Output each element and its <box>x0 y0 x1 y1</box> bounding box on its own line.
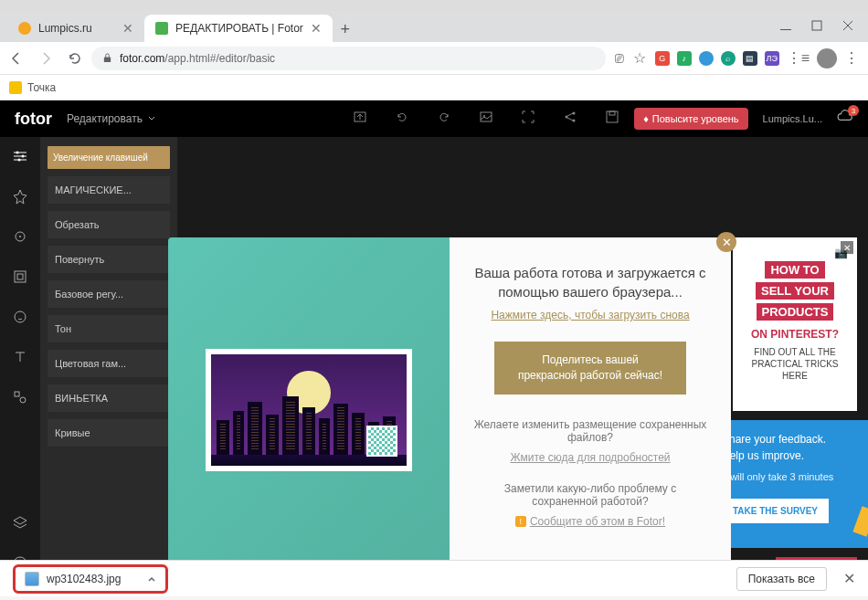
import-icon[interactable] <box>353 110 367 128</box>
menu-icon[interactable]: ⋮ <box>844 49 859 67</box>
svg-rect-17 <box>17 274 23 279</box>
take-survey-button[interactable]: TAKE THE SURVEY <box>722 499 829 523</box>
elements-icon[interactable] <box>12 389 28 409</box>
show-all-button[interactable]: Показать все <box>736 567 827 591</box>
ext-icon[interactable]: ▤ <box>743 51 757 66</box>
download-filename: wp3102483.jpg <box>47 573 140 585</box>
svg-point-11 <box>16 152 19 154</box>
tab-lumpics[interactable]: Lumpics.ru ✕ <box>7 15 144 42</box>
adjust-icon[interactable] <box>12 148 28 168</box>
svg-rect-1 <box>812 21 821 30</box>
close-window-icon[interactable] <box>842 20 853 34</box>
fotor-app: fotor Редактировать ♦Повысите уровень Lu… <box>0 100 868 575</box>
image-icon[interactable] <box>479 110 493 128</box>
file-icon <box>25 572 39 586</box>
bookmark-label[interactable]: Точка <box>27 81 56 94</box>
sidebar-item[interactable]: Базовое регу... <box>48 280 170 308</box>
stickers-icon[interactable] <box>12 309 28 329</box>
sidebar-item[interactable]: Кривые <box>48 419 170 447</box>
feedback-l1: Share your feedback. <box>722 433 855 446</box>
close-icon[interactable]: ✕ <box>716 232 736 252</box>
effects-icon[interactable] <box>12 188 28 208</box>
feedback-sub: It will only take 3 minutes <box>722 471 855 482</box>
address-bar: fotor.com/app.html#/editor/basic ⎚ ☆ G ♪… <box>0 42 868 75</box>
bookmark-bar: Точка <box>0 75 868 100</box>
layers-icon[interactable] <box>12 515 28 535</box>
tab-fotor[interactable]: РЕДАКТИРОВАТЬ | Fotor ✕ <box>144 15 333 42</box>
reload-icon[interactable] <box>68 51 82 66</box>
close-icon[interactable]: ✕ <box>311 21 322 36</box>
sidebar-item[interactable]: Тон <box>48 315 170 342</box>
share-icon[interactable] <box>563 110 577 128</box>
report-link[interactable]: Сообщите об этом в Fotor! <box>530 515 665 528</box>
ad-pinterest[interactable]: ✕ 📷 HOW TO SELL YOUR PRODUCTS ON PINTERE… <box>733 237 857 411</box>
upgrade-button[interactable]: ♦Повысите уровень <box>634 108 747 130</box>
bookmark-folder-icon <box>9 81 22 94</box>
change-location-text: Желаете изменить размещение сохраненных … <box>471 418 709 444</box>
pencil-icon <box>852 506 868 537</box>
feedback-card: Share your feedback. Help us improve. It… <box>709 420 868 548</box>
download-again-link[interactable]: Нажмите здесь, чтобы загрузить снова <box>491 309 689 321</box>
url-text: fotor.com/app.html#/editor/basic <box>120 52 275 65</box>
left-icon-bar <box>0 137 40 575</box>
tab-title: Lumpics.ru <box>38 22 92 35</box>
favicon-icon <box>155 22 168 35</box>
svg-rect-19 <box>15 392 19 396</box>
close-icon[interactable]: ✕ <box>122 21 133 36</box>
edit-dropdown[interactable]: Редактировать <box>67 112 155 125</box>
undo-icon[interactable] <box>395 110 409 128</box>
svg-rect-9 <box>607 111 618 122</box>
forward-icon[interactable] <box>38 51 53 66</box>
back-icon[interactable] <box>9 51 24 66</box>
download-modal: ✕ <box>168 237 731 575</box>
reading-list-icon[interactable]: ⋮≡ <box>787 49 810 67</box>
cloud-icon[interactable]: 3 <box>837 109 853 129</box>
save-icon[interactable] <box>605 110 619 128</box>
minimize-icon[interactable] <box>780 20 791 34</box>
svg-point-12 <box>22 155 25 158</box>
cast-icon[interactable]: ⎚ <box>615 50 624 67</box>
modal-title: Ваша работа готова и загружается с помощ… <box>471 263 709 301</box>
tab-title: РЕДАКТИРОВАТЬ | Fotor <box>175 22 303 35</box>
keyboard-tip: Увеличение клавишей <box>48 146 170 169</box>
ext-icon[interactable] <box>699 51 714 66</box>
beauty-icon[interactable] <box>12 228 28 248</box>
ext-icon[interactable]: G <box>655 51 670 66</box>
ext-icon[interactable]: ⌕ <box>721 51 736 66</box>
download-item[interactable]: wp3102483.jpg <box>13 564 168 594</box>
change-location-link[interactable]: Жмите сюда для подробностей <box>510 451 670 464</box>
cloud-badge: 3 <box>848 105 859 116</box>
browser-tabs: Lumpics.ru ✕ РЕДАКТИРОВАТЬ | Fotor ✕ + <box>0 11 868 42</box>
sidebar-item[interactable]: Обрезать <box>48 211 170 238</box>
feedback-l2: Help us improve. <box>722 449 855 462</box>
text-icon[interactable] <box>12 349 28 369</box>
star-icon[interactable]: ☆ <box>633 49 646 67</box>
chevron-up-icon[interactable] <box>147 571 156 587</box>
app-header: fotor Редактировать ♦Повысите уровень Lu… <box>0 100 868 137</box>
sidebar-item[interactable]: МАГИЧЕСКИЕ... <box>48 176 170 204</box>
maximize-icon[interactable] <box>811 20 822 34</box>
fotor-logo[interactable]: fotor <box>15 110 52 129</box>
fullscreen-icon[interactable] <box>521 110 535 128</box>
ext-icon[interactable]: ЛЭ <box>765 51 779 66</box>
avatar[interactable] <box>817 48 837 68</box>
sidebar-item[interactable]: ВИНЬЕТКА <box>48 384 170 412</box>
omnibox[interactable]: fotor.com/app.html#/editor/basic <box>91 47 606 70</box>
svg-rect-16 <box>15 271 26 282</box>
svg-rect-10 <box>609 111 615 115</box>
svg-point-20 <box>20 397 26 403</box>
new-tab-button[interactable]: + <box>333 16 358 42</box>
close-icon[interactable]: ✕ <box>841 241 853 254</box>
sidebar-item[interactable]: Повернуть <box>48 246 170 273</box>
ext-icon[interactable]: ♪ <box>677 51 692 66</box>
sidebar-item[interactable]: Цветовая гам... <box>48 350 170 377</box>
share-button[interactable]: Поделитесь вашей прекрасной работой сейч… <box>494 342 686 395</box>
close-icon[interactable]: ✕ <box>843 570 855 587</box>
problem-text: Заметили какую-либо проблему с сохраненн… <box>471 482 709 508</box>
user-name[interactable]: Lumpics.Lu... <box>763 113 822 124</box>
warning-icon: ! <box>515 516 526 527</box>
side-panel: Увеличение клавишей МАГИЧЕСКИЕ... Обреза… <box>40 137 177 575</box>
svg-rect-0 <box>780 29 791 30</box>
frames-icon[interactable] <box>12 268 28 289</box>
redo-icon[interactable] <box>437 110 451 128</box>
